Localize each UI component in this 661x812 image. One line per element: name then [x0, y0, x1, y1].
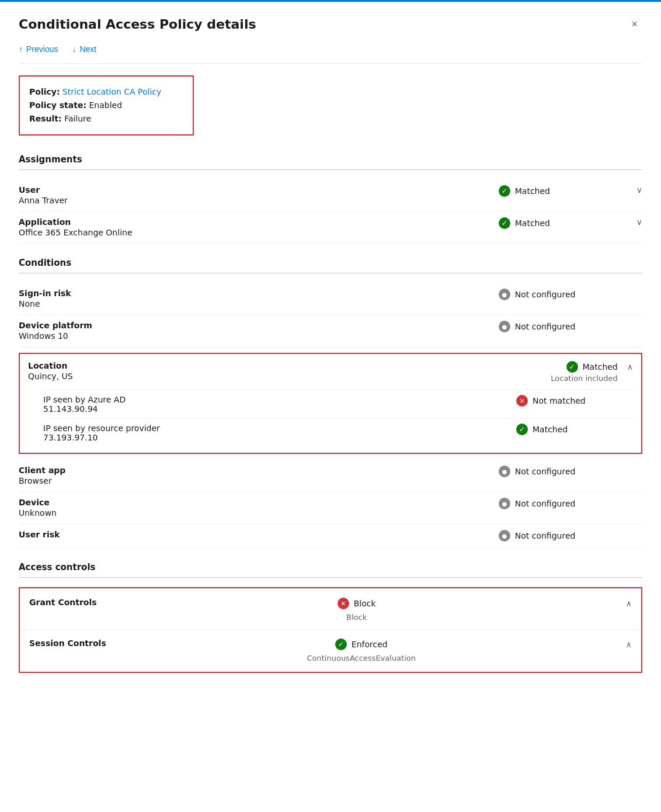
location-sub-items: IP seen by Azure AD 51.143.90.94 Not mat… — [20, 390, 641, 453]
session-controls-status-icon — [335, 639, 347, 650]
session-controls-row: Session Controls Enforced ContinuousAcce… — [20, 636, 641, 672]
grant-controls-status-text: Block — [354, 599, 376, 608]
location-value: Quincy, US — [28, 372, 501, 381]
client-app-row-left: Client app Browser — [19, 466, 499, 485]
user-row-left: User Anna Traver — [19, 185, 499, 205]
device-row: Device Unknown Not configured ∨ — [19, 492, 642, 524]
policy-result-value: Failure — [64, 114, 91, 123]
location-sub-row-azure: IP seen by Azure AD 51.143.90.94 Not mat… — [43, 390, 633, 418]
policy-link[interactable]: Strict Location CA Policy — [62, 87, 161, 96]
conditions-divider — [19, 273, 642, 273]
grant-controls-status-icon — [338, 598, 349, 609]
session-controls-right: Enforced ContinuousAccessEvaluation — [307, 639, 416, 662]
device-status-icon — [499, 498, 510, 509]
user-row-right: Matched — [499, 185, 627, 197]
grant-controls-sub-label: Block — [346, 613, 367, 622]
location-label: Location — [28, 361, 501, 370]
resource-ip-value: 73.193.97.10 — [43, 433, 160, 442]
location-sub-row-resource: IP seen by resource provider 73.193.97.1… — [43, 418, 633, 447]
assignments-divider — [19, 169, 642, 170]
resource-ip-status-icon — [516, 424, 528, 435]
policy-state-value: Enabled — [89, 100, 123, 110]
resource-ip-label: IP seen by resource provider — [43, 424, 160, 433]
device-status-text: Not configured — [515, 499, 576, 508]
grant-controls-right: Block Block — [304, 598, 409, 622]
device-platform-status-text: Not configured — [515, 322, 576, 331]
access-controls-box: Grant Controls Block Block ∧ Session Con… — [19, 587, 642, 673]
access-controls-divider — [19, 577, 642, 578]
user-risk-row-left: User risk — [19, 530, 499, 540]
panel-header: Conditional Access Policy details × — [19, 16, 642, 33]
user-risk-label: User risk — [19, 530, 499, 539]
location-main-row: Location Quincy, US Matched Location inc… — [20, 354, 641, 390]
location-expand-icon[interactable]: ∧ — [627, 361, 633, 372]
policy-info-box: Policy: Strict Location CA Policy Policy… — [19, 75, 194, 136]
device-row-left: Device Unknown — [19, 498, 499, 518]
next-label: Next — [79, 44, 96, 54]
user-status-text: Matched — [515, 186, 550, 196]
device-platform-row: Device platform Windows 10 Not configure… — [19, 315, 642, 347]
application-status-icon — [499, 217, 510, 229]
user-status-icon — [499, 185, 510, 197]
client-app-label: Client app — [19, 466, 499, 475]
location-sub-left-resource: IP seen by resource provider 73.193.97.1… — [43, 424, 160, 442]
sign-in-risk-status-text: Not configured — [515, 290, 576, 299]
location-status-text: Matched — [583, 362, 618, 372]
azure-ip-value: 51.143.90.94 — [43, 404, 126, 414]
sign-in-risk-row-right: Not configured — [499, 289, 627, 300]
policy-label: Policy: — [29, 87, 60, 96]
location-status-row: Matched — [566, 361, 618, 373]
user-label: User — [19, 185, 499, 195]
session-controls-expand-icon[interactable]: ∧ — [626, 639, 632, 649]
resource-ip-status: Matched — [516, 424, 633, 435]
grant-controls-expand-icon[interactable]: ∧ — [626, 598, 632, 608]
device-label: Device — [19, 498, 499, 507]
location-row-right: Matched Location included — [501, 361, 618, 383]
grant-controls-label: Grant Controls — [29, 598, 97, 607]
user-risk-status-text: Not configured — [515, 531, 576, 540]
session-controls-status: Enforced — [335, 639, 388, 650]
location-status-icon — [566, 361, 578, 373]
policy-state-row: Policy state: Enabled — [29, 99, 183, 112]
session-controls-label: Session Controls — [29, 639, 106, 648]
user-expand-icon[interactable]: ∨ — [636, 185, 642, 195]
application-value: Office 365 Exchange Online — [19, 228, 499, 237]
previous-button[interactable]: Previous — [19, 44, 58, 54]
device-platform-row-left: Device platform Windows 10 — [19, 321, 499, 341]
session-controls-status-text: Enforced — [352, 640, 388, 649]
location-row-left: Location Quincy, US — [28, 361, 501, 381]
sign-in-risk-label: Sign-in risk — [19, 289, 499, 298]
conditions-section-header: Conditions — [19, 258, 642, 268]
arrow-down-icon — [72, 44, 76, 54]
azure-ip-label: IP seen by Azure AD — [43, 395, 126, 404]
device-value: Unknown — [19, 508, 499, 518]
device-platform-label: Device platform — [19, 321, 499, 330]
grant-controls-status: Block — [338, 598, 376, 609]
policy-result-row: Result: Failure — [29, 113, 183, 125]
next-button[interactable]: Next — [72, 44, 96, 54]
device-platform-value: Windows 10 — [19, 331, 499, 341]
client-app-row-right: Not configured — [499, 466, 627, 477]
device-platform-status-icon — [499, 321, 510, 332]
user-value: Anna Traver — [19, 196, 499, 205]
user-risk-row: User risk Not configured ∨ — [19, 524, 642, 548]
user-risk-row-right: Not configured — [499, 530, 627, 542]
azure-ip-status-text: Not matched — [533, 396, 586, 405]
close-button[interactable]: × — [627, 16, 642, 33]
user-row: User Anna Traver Matched ∨ — [19, 179, 642, 211]
arrow-up-icon — [19, 44, 23, 54]
panel: Conditional Access Policy details × Prev… — [0, 0, 661, 812]
user-risk-status-icon — [499, 530, 510, 542]
sign-in-risk-value: None — [19, 299, 499, 308]
policy-result-label: Result: — [29, 114, 62, 123]
access-controls-section-header: Access controls — [19, 562, 642, 572]
location-sub-left-azure: IP seen by Azure AD 51.143.90.94 — [43, 395, 126, 414]
policy-state-label: Policy state: — [29, 100, 86, 110]
client-app-status-text: Not configured — [515, 467, 576, 476]
session-controls-sub-label: ContinuousAccessEvaluation — [307, 654, 416, 662]
sign-in-risk-row: Sign-in risk None Not configured ∨ — [19, 283, 642, 315]
policy-name-row: Policy: Strict Location CA Policy — [29, 86, 183, 98]
application-expand-icon[interactable]: ∨ — [636, 217, 642, 227]
azure-ip-status: Not matched — [516, 395, 633, 407]
panel-title: Conditional Access Policy details — [19, 17, 256, 32]
